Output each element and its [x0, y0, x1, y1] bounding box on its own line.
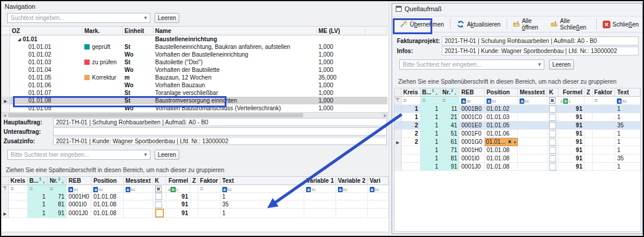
text-filter-icon[interactable] — [126, 187, 135, 192]
reb-cell[interactable]: 0001J0 — [67, 209, 91, 218]
dropdown-icon[interactable]: ▾ — [514, 140, 516, 145]
k-cell[interactable] — [547, 163, 558, 171]
column-header-formel[interactable]: Formel — [166, 177, 190, 185]
text-filter-icon[interactable] — [617, 98, 626, 104]
checkbox[interactable] — [155, 193, 162, 200]
checkbox-focused[interactable] — [155, 209, 164, 218]
position-cell-editing[interactable]: 01.01...×▾ — [485, 138, 518, 146]
checkbox[interactable] — [549, 163, 556, 170]
table-row[interactable]: 01.01.07 St Toranlage verschließbar 1,00… — [2, 89, 387, 97]
oz-cell[interactable]: 01.01.07 — [10, 89, 83, 97]
einheit-cell[interactable]: St — [123, 97, 153, 104]
column-header-variable1[interactable]: Variable 1 — [304, 177, 336, 185]
column-header-k[interactable]: K — [153, 177, 166, 185]
column-header-b[interactable]: B...1▲ — [420, 88, 441, 97]
table-row[interactable]: 01.01.06 Wo Vorhalten Bauzaun 1,000 — [2, 81, 387, 89]
table-row[interactable]: 1 81 0001I0 01.01.08 91 35 — [395, 154, 640, 163]
nr-cell[interactable]: 41 — [441, 121, 459, 130]
k-cell[interactable] — [547, 154, 558, 163]
b-cell[interactable]: 1 — [28, 193, 48, 200]
position-cell[interactable]: 01.01.06 — [485, 130, 518, 138]
filter-row[interactable] — [395, 97, 640, 105]
table-row[interactable]: 1 1 21 0001C0 01.01.03 91 1 — [395, 113, 640, 121]
nr-cell[interactable]: 91 — [48, 209, 67, 218]
b-cell[interactable]: 1 — [420, 154, 441, 163]
mark-cell[interactable]: Korrektur — [83, 74, 123, 81]
me-cell[interactable]: 1,000 — [317, 66, 366, 74]
einheit-cell[interactable]: Wo — [123, 51, 153, 58]
einheit-cell[interactable]: Wo — [123, 104, 153, 112]
kreis-cell[interactable] — [9, 200, 28, 208]
column-header-position[interactable]: Position — [485, 88, 518, 97]
hauptauftrag-field[interactable]: 2021-TH-01 | Schulung Rohbauarbeiten | A… — [53, 118, 387, 126]
formel-cell[interactable]: 91 — [558, 146, 584, 154]
text-cell[interactable]: 1 — [615, 113, 640, 121]
b-cell[interactable]: 1 — [420, 121, 441, 130]
k-cell[interactable] — [547, 130, 558, 138]
mark-cell[interactable]: zu prüfen — [83, 58, 123, 66]
unterauftrag-field[interactable] — [53, 127, 387, 136]
me-cell[interactable]: 1,000 — [317, 43, 366, 51]
equals-filter-icon[interactable] — [50, 186, 53, 192]
text-filter-icon[interactable] — [68, 187, 78, 192]
reb-cell[interactable]: 0001G0 — [459, 138, 485, 146]
column-header-nr[interactable]: Nr.2▲ — [48, 177, 67, 185]
kreis-cell[interactable] — [402, 154, 420, 163]
equals-filter-icon[interactable] — [29, 186, 33, 192]
reb-cell[interactable]: 0001F0 — [459, 130, 485, 138]
table-row[interactable]: ▶ 1 91 0001J0 01.01.08 91 1 — [2, 209, 389, 218]
name-cell[interactable]: Baustelleneinrichtung — [153, 35, 317, 43]
einheit-cell[interactable]: St — [123, 89, 153, 97]
column-header-z[interactable]: Z — [584, 88, 592, 97]
name-cell[interactable]: Baustelleneinrichtung, Baukran anfahren,… — [153, 43, 317, 51]
messtext-cell[interactable] — [518, 138, 547, 146]
column-header-messtext[interactable]: Messtext — [124, 177, 153, 185]
einheit-cell[interactable]: Wo — [123, 66, 153, 74]
formel-cell[interactable]: 91 — [558, 113, 584, 121]
column-header-z[interactable]: Z — [190, 177, 198, 185]
k-cell[interactable] — [547, 121, 558, 130]
search-input[interactable]: Bitte Suchtext hier eingeben... ▾ — [7, 150, 150, 160]
table-row[interactable]: 1 71 0001H0 01.01.08 91 1 — [395, 146, 640, 154]
text-cell[interactable]: 1 — [221, 193, 305, 200]
text-cell[interactable]: 35 — [615, 154, 640, 163]
text-cell[interactable]: 35 — [221, 200, 305, 208]
text-cell[interactable]: 1 — [615, 163, 640, 171]
column-header-name[interactable]: Name — [153, 27, 317, 35]
kreis-cell[interactable]: 2 — [402, 130, 420, 138]
name-cell[interactable]: Bauzaun, 12 Wochen — [153, 74, 317, 81]
column-header-mark[interactable]: Mark. — [83, 27, 123, 35]
column-header-text[interactable]: Text — [615, 88, 640, 97]
formel-cell[interactable]: 91 — [166, 193, 190, 200]
name-cell[interactable]: Vorhalten Baustromanschluss (Verteilersc… — [153, 104, 317, 112]
search-input[interactable]: Bitte Suchtext hier eingeben... ▾ — [399, 60, 544, 70]
einheit-cell[interactable]: St — [123, 58, 153, 66]
reb-cell[interactable]: 0001I0 — [459, 154, 485, 163]
me-cell[interactable]: 1,000 — [317, 58, 366, 66]
k-cell[interactable] — [547, 146, 558, 154]
column-header-formel[interactable]: Formel — [558, 88, 584, 97]
dropdown-icon[interactable]: ▾ — [538, 62, 541, 67]
checkbox-filter-icon[interactable] — [155, 186, 162, 192]
me-cell[interactable]: 1,000 — [317, 51, 366, 58]
kreis-cell[interactable] — [402, 163, 420, 171]
text-filter-icon[interactable] — [222, 187, 232, 192]
scroll-right-icon[interactable]: ▸ — [382, 113, 388, 118]
clear-button[interactable]: Leeren — [155, 13, 179, 23]
clear-button[interactable]: Leeren — [155, 150, 179, 160]
infos-field[interactable]: 2021-TH-01 | Kunde: Wagner Sportbodenbau… — [442, 47, 639, 55]
column-header-faktor[interactable]: Faktor — [593, 88, 616, 97]
oz-cell[interactable]: 01.01.08 — [10, 97, 83, 104]
alle-schliessen-button[interactable]: Alle Schließen — [547, 16, 593, 32]
equals-filter-icon[interactable] — [594, 97, 598, 104]
column-header-kreis[interactable]: Kreis — [402, 88, 420, 97]
position-cell[interactable]: 01.01.08 — [91, 209, 123, 218]
text-filter-icon[interactable] — [520, 98, 529, 104]
einheit-cell[interactable]: St — [123, 43, 153, 51]
clear-icon[interactable]: × — [508, 139, 511, 145]
table-row[interactable]: 1 81 0001I0 01.01.08 91 35 — [2, 200, 389, 208]
formel-cell[interactable]: 91 — [558, 121, 584, 130]
nr-cell[interactable]: 91 — [441, 163, 459, 171]
reb-cell[interactable]: 0001C0 — [459, 113, 485, 121]
column-header-reb[interactable]: REB — [459, 88, 485, 97]
